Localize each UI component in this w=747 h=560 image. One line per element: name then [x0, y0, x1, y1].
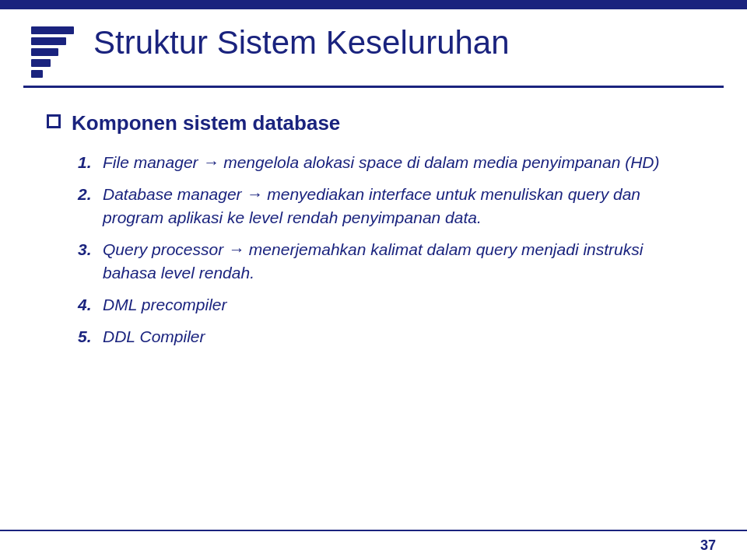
logo-stripes	[31, 23, 78, 78]
slide-content: Komponen sistem database 1. File manager…	[0, 88, 747, 530]
bullet-square-icon	[47, 114, 61, 128]
list-item-1: 1. File manager → mengelola alokasi spac…	[78, 151, 700, 173]
stripe-3	[31, 48, 58, 56]
slide: Struktur Sistem Keseluruhan Komponen sis…	[0, 0, 747, 560]
stripe-1	[31, 26, 74, 34]
slide-title: Struktur Sistem Keseluruhan	[93, 23, 510, 62]
top-accent-bar	[0, 0, 747, 9]
slide-footer: 37	[0, 530, 747, 560]
stripe-5	[31, 70, 43, 78]
slide-header: Struktur Sistem Keseluruhan	[0, 9, 747, 86]
list-italic-2: Database manager	[103, 185, 242, 203]
main-bullet-item: Komponen sistem database	[47, 111, 700, 135]
list-item-5: 5. DDL Compiler	[78, 325, 700, 348]
main-bullet-text: Komponen sistem database	[72, 111, 340, 135]
list-text-1: File manager → mengelola alokasi space d…	[103, 151, 659, 173]
list-item-4: 4. DML precompiler	[78, 293, 700, 316]
list-text-2: Database manager → menyediakan interface…	[103, 183, 700, 229]
list-num-4: 4.	[78, 293, 103, 316]
list-num-1: 1.	[78, 151, 103, 173]
list-text-3: Query processor → menerjemahkan kalimat …	[103, 238, 700, 284]
list-italic-3: Query processor	[103, 240, 223, 258]
stripe-4	[31, 59, 51, 67]
list-italic-5: DDL Compiler	[103, 327, 205, 345]
list-text-4: DML precompiler	[103, 293, 227, 316]
numbered-list: 1. File manager → mengelola alokasi spac…	[47, 151, 700, 348]
list-num-5: 5.	[78, 325, 103, 348]
list-num-3: 3.	[78, 238, 103, 261]
list-item-2: 2. Database manager → menyediakan interf…	[78, 183, 700, 229]
list-text-5: DDL Compiler	[103, 325, 205, 348]
list-num-2: 2.	[78, 183, 103, 205]
slide-number: 37	[700, 537, 716, 554]
stripe-2	[31, 37, 66, 45]
list-item-3: 3. Query processor → menerjemahkan kalim…	[78, 238, 700, 284]
list-italic-1: File manager	[103, 153, 198, 171]
list-italic-4: DML precompiler	[103, 296, 227, 313]
